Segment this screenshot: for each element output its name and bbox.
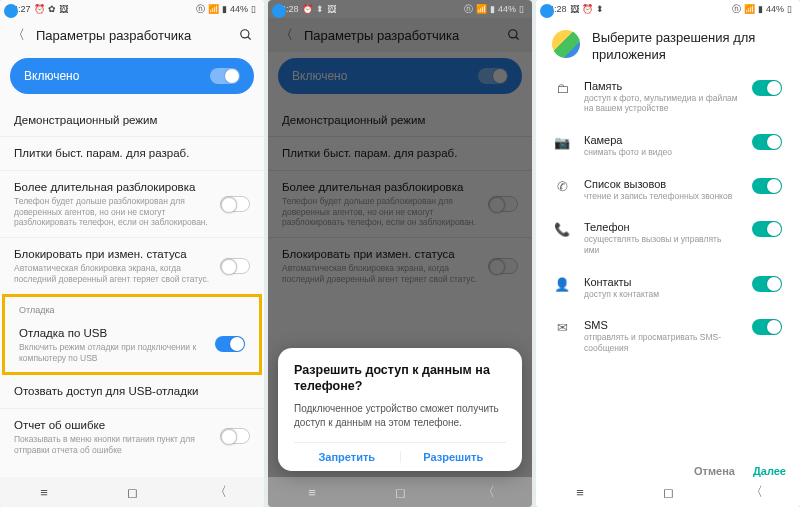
signal-icon: ▮ [222, 4, 227, 14]
permission-switch[interactable] [752, 178, 782, 194]
usb-debug-highlight: Отладка Отладка по USB Включить режим от… [2, 294, 262, 376]
alarm-icon: ⏰ [34, 4, 45, 14]
nav-recents-icon[interactable]: ≡ [35, 485, 53, 500]
permission-label: Контакты [584, 276, 738, 288]
svg-line-1 [248, 37, 251, 40]
step-marker [272, 4, 286, 18]
master-switch[interactable] [210, 68, 240, 84]
phone-3: 14:28 🖼 ⏰ ⬍ ⓝ 📶 ▮ 44% ▯ Выберите разреше… [536, 0, 800, 507]
permission-switch[interactable] [752, 276, 782, 292]
permission-desc: отправлять и просматривать SMS-сообщения [584, 332, 738, 353]
permissions-header: Выберите разрешения для приложения [536, 18, 800, 70]
permission-switch[interactable] [752, 134, 782, 150]
page-title: Параметры разработчика [36, 28, 228, 43]
folder-icon: 🗀 [554, 81, 570, 96]
permission-label: Память [584, 80, 738, 92]
nav-bar: ≡ ◻ 〈 [268, 477, 532, 507]
battery-text: 44% [498, 4, 516, 14]
image-status-icon: 🖼 [59, 4, 68, 14]
status-bar: 14:28 🖼 ⏰ ⬍ ⓝ 📶 ▮ 44% ▯ [536, 0, 800, 18]
longer-unlock-switch[interactable] [220, 196, 250, 212]
debug-section-header: Отладка [5, 299, 259, 317]
settings-status-icon: ✿ [48, 4, 56, 14]
dialog-deny-button[interactable]: Запретить [294, 451, 400, 463]
nav-back-icon[interactable]: 〈 [479, 483, 497, 501]
item-demo-mode[interactable]: Демонстрационный режим [0, 104, 264, 136]
call-log-icon: ✆ [554, 179, 570, 194]
next-button[interactable]: Далее [753, 465, 786, 477]
signal-icon: ▮ [490, 4, 495, 14]
camera-icon: 📷 [554, 135, 570, 150]
wifi-icon: 📶 [744, 4, 755, 14]
nfc-icon: ⓝ [196, 3, 205, 16]
nav-home-icon[interactable]: ◻ [391, 485, 409, 500]
image-status-icon: 🖼 [570, 4, 579, 14]
master-toggle[interactable]: Включено [10, 58, 254, 94]
step-marker [540, 4, 554, 18]
item-bug-report[interactable]: Отчет об ошибке Показывать в меню кнопки… [0, 409, 264, 458]
bug-report-switch[interactable] [220, 428, 250, 444]
permission-label: Камера [584, 134, 738, 146]
cancel-button[interactable]: Отмена [694, 465, 735, 477]
permission-switch[interactable] [752, 80, 782, 96]
permissions-footer: Отмена Далее [694, 465, 786, 477]
step-marker [4, 4, 18, 18]
nav-home-icon[interactable]: ◻ [659, 485, 677, 500]
permission-item[interactable]: 👤Контактыдоступ к контактам [536, 266, 800, 310]
svg-point-0 [241, 30, 249, 38]
nav-bar: ≡ ◻ 〈 [0, 477, 264, 507]
sms-icon: ✉ [554, 320, 570, 335]
permission-label: Телефон [584, 221, 738, 233]
wifi-icon: 📶 [208, 4, 219, 14]
nav-back-icon[interactable]: 〈 [747, 483, 765, 501]
permission-item[interactable]: ✉SMSотправлять и просматривать SMS-сообщ… [536, 309, 800, 363]
item-longer-unlock[interactable]: Более длительная разблокировка Телефон б… [0, 171, 264, 237]
permission-item[interactable]: 📷Камераснимать фото и видео [536, 124, 800, 168]
permission-switch[interactable] [752, 319, 782, 335]
dialog-allow-button[interactable]: Разрешить [401, 451, 507, 463]
usb-status-icon: ⬍ [596, 4, 604, 14]
battery-icon: ▯ [519, 4, 524, 14]
nav-home-icon[interactable]: ◻ [123, 485, 141, 500]
phone-icon: 📞 [554, 222, 570, 237]
battery-icon: ▯ [251, 4, 256, 14]
permission-item[interactable]: 📞Телефоносуществлять вызовы и управлять … [536, 211, 800, 265]
item-revoke-usb[interactable]: Отозвать доступ для USB-отладки [0, 375, 264, 407]
nav-back-icon[interactable]: 〈 [211, 483, 229, 501]
item-block-status[interactable]: Блокировать при измен. статуса Автоматич… [0, 238, 264, 294]
status-bar: 14:27 ⏰ ✿ 🖼 ⓝ 📶 ▮ 44% ▯ [0, 0, 264, 18]
signal-icon: ▮ [758, 4, 763, 14]
dialog-title: Разрешить доступ к данным на телефоне? [294, 362, 506, 395]
permissions-list: 🗀Памятьдоступ к фото, мультимедиа и файл… [536, 70, 800, 477]
permission-desc: снимать фото и видео [584, 147, 738, 158]
alarm-icon: ⏰ [302, 4, 313, 14]
dialog-body: Подключенное устройство сможет получить … [294, 402, 506, 430]
battery-text: 44% [230, 4, 248, 14]
usb-debug-switch[interactable] [215, 336, 245, 352]
permission-switch[interactable] [752, 221, 782, 237]
wifi-icon: 📶 [476, 4, 487, 14]
permission-label: Список вызовов [584, 178, 738, 190]
battery-text: 44% [766, 4, 784, 14]
status-bar: 14:28 ⏰ ⬍ 🖼 ⓝ 📶 ▮ 44% ▯ [268, 0, 532, 18]
nav-bar: ≡ ◻ 〈 [536, 477, 800, 507]
usb-status-icon: ⬍ [316, 4, 324, 14]
nav-recents-icon[interactable]: ≡ [303, 485, 321, 500]
item-quick-tiles[interactable]: Плитки быст. парам. для разраб. [0, 137, 264, 169]
permission-item[interactable]: ✆Список вызововчтение и запись телефонны… [536, 168, 800, 212]
permission-desc: осуществлять вызовы и управлять ими [584, 234, 738, 255]
back-icon[interactable]: 〈 [10, 27, 26, 43]
nav-recents-icon[interactable]: ≡ [571, 485, 589, 500]
phone-2: 14:28 ⏰ ⬍ 🖼 ⓝ 📶 ▮ 44% ▯ 〈 Параметры разр… [268, 0, 532, 507]
block-status-switch[interactable] [220, 258, 250, 274]
item-usb-debug[interactable]: Отладка по USB Включить режим отладки пр… [5, 317, 259, 373]
search-icon[interactable] [238, 27, 254, 43]
permission-item[interactable]: 🗀Памятьдоступ к фото, мультимедиа и файл… [536, 70, 800, 124]
usb-access-dialog: Разрешить доступ к данным на телефоне? П… [278, 348, 522, 472]
phone-1: 14:27 ⏰ ✿ 🖼 ⓝ 📶 ▮ 44% ▯ 〈 Параметры разр… [0, 0, 264, 507]
permissions-title: Выберите разрешения для приложения [592, 30, 784, 64]
app-icon [552, 30, 580, 58]
nfc-icon: ⓝ [464, 3, 473, 16]
alarm-icon: ⏰ [582, 4, 593, 14]
permission-label: SMS [584, 319, 738, 331]
